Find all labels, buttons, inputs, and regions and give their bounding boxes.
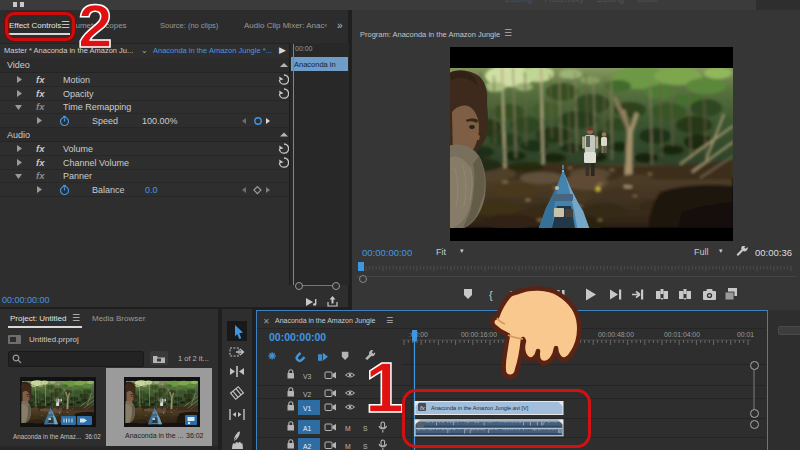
svg-text:Time Remapping: Time Remapping <box>63 102 131 112</box>
svg-text:A1: A1 <box>303 425 312 432</box>
svg-text:fx: fx <box>36 74 45 85</box>
svg-text:Channel Volume: Channel Volume <box>63 158 129 168</box>
svg-text:fx: fx <box>36 143 45 154</box>
svg-text:00:00:48:00: 00:00:48:00 <box>598 331 634 338</box>
svg-text:00:01:04:00: 00:01:04:00 <box>664 331 700 338</box>
svg-text:fx: fx <box>36 170 45 181</box>
svg-text:fx: fx <box>36 157 45 168</box>
svg-text:M: M <box>345 425 351 432</box>
svg-text:Motion: Motion <box>63 75 90 85</box>
svg-text:Panner: Panner <box>63 171 92 181</box>
svg-text:Audio: Audio <box>7 130 30 140</box>
svg-text:Volume: Volume <box>63 144 93 154</box>
svg-text:fx: fx <box>36 101 45 112</box>
svg-text:100.00%: 100.00% <box>142 116 178 126</box>
svg-text:V1: V1 <box>303 405 312 412</box>
svg-text:Video: Video <box>7 60 30 70</box>
svg-text:V2: V2 <box>303 391 312 398</box>
svg-text:00:01: 00:01 <box>737 331 754 338</box>
svg-text:Opacity: Opacity <box>63 89 94 99</box>
svg-text:A2: A2 <box>303 443 312 450</box>
svg-text:V3: V3 <box>303 373 312 380</box>
svg-text:S: S <box>363 443 368 450</box>
svg-text::00:00: :00:00 <box>409 331 428 338</box>
svg-text:0.0: 0.0 <box>145 185 158 195</box>
svg-text:Speed: Speed <box>92 116 118 126</box>
svg-text:fx: fx <box>36 88 45 99</box>
svg-text:Balance: Balance <box>92 185 125 195</box>
svg-text:M: M <box>345 443 351 450</box>
